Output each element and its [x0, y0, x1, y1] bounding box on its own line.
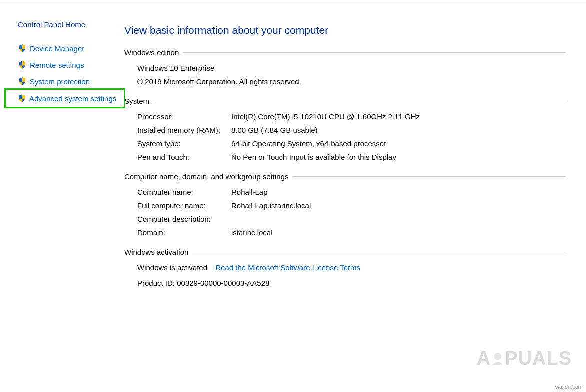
shield-icon — [18, 44, 27, 53]
sidebar: Control Panel Home Device Manager Remote… — [0, 13, 124, 298]
product-id-label: Product ID: — [137, 279, 175, 288]
shield-icon — [17, 94, 26, 103]
info-label: Domain: — [137, 228, 231, 237]
info-row: Pen and Touch: No Pen or Touch Input is … — [137, 153, 566, 162]
sidebar-link-label: Device Manager — [30, 44, 84, 53]
info-row: Domain: istarinc.local — [137, 228, 566, 237]
info-value: No Pen or Touch Input is available for t… — [231, 153, 566, 162]
section-windows-edition: Windows edition Windows 10 Enterprise © … — [124, 48, 566, 86]
license-terms-link[interactable]: Read the Microsoft Software License Term… — [215, 264, 360, 272]
info-value: 8.00 GB (7.84 GB usable) — [231, 126, 566, 134]
info-value: Rohail-Lap.istarinc.local — [231, 202, 566, 210]
info-value — [231, 215, 566, 224]
info-row: Processor: Intel(R) Core(TM) i5-10210U C… — [137, 112, 566, 121]
sidebar-link-label: Remote settings — [30, 61, 84, 70]
info-row: Computer description: — [137, 215, 566, 224]
info-label: Full computer name: — [137, 202, 231, 210]
sidebar-link-device-manager[interactable]: Device Manager — [18, 43, 120, 54]
watermark-logo: A PUALS — [477, 348, 572, 370]
info-label: Computer description: — [137, 215, 231, 224]
edition-name: Windows 10 Enterprise — [137, 64, 214, 72]
info-value: Rohail-Lap — [231, 188, 566, 196]
info-row: Installed memory (RAM): 8.00 GB (7.84 GB… — [137, 126, 566, 134]
divider — [153, 101, 566, 102]
divider — [183, 52, 566, 53]
section-activation: Windows activation Windows is activated … — [124, 248, 566, 288]
divider — [192, 252, 566, 252]
info-row: System type: 64-bit Operating System, x6… — [137, 140, 566, 148]
sidebar-link-label: Advanced system settings — [29, 94, 116, 103]
divider — [293, 176, 566, 177]
info-row: Full computer name: Rohail-Lap.istarinc.… — [137, 202, 566, 210]
section-system: System Processor: Intel(R) Core(TM) i5-1… — [124, 97, 566, 162]
sidebar-link-system-protection[interactable]: System protection — [18, 76, 120, 87]
sidebar-link-advanced-system-settings[interactable]: Advanced system settings — [8, 92, 122, 105]
control-panel-home-link[interactable]: Control Panel Home — [18, 20, 120, 29]
info-value: 64-bit Operating System, x64-based proce… — [231, 140, 566, 148]
watermark-mascot-icon — [489, 350, 507, 368]
sidebar-link-label: System protection — [30, 78, 90, 86]
page-title: View basic information about your comput… — [124, 24, 566, 36]
section-header-label: Windows activation — [124, 248, 188, 256]
svg-point-0 — [494, 353, 502, 360]
copyright-text: © 2019 Microsoft Corporation. All rights… — [137, 78, 566, 86]
main-content: View basic information about your comput… — [124, 13, 586, 298]
activation-status: Windows is activated — [137, 264, 207, 272]
info-label: Pen and Touch: — [137, 153, 231, 162]
shield-icon — [18, 77, 27, 86]
info-label: Installed memory (RAM): — [137, 126, 231, 134]
shield-icon — [18, 60, 27, 70]
section-header-label: Computer name, domain, and workgroup set… — [124, 172, 289, 181]
section-computer-name: Computer name, domain, and workgroup set… — [124, 172, 566, 237]
section-header-label: System — [124, 97, 149, 106]
info-label: Processor: — [137, 112, 231, 121]
product-id-value: 00329-00000-00003-AA528 — [177, 279, 269, 288]
info-label: Computer name: — [137, 188, 231, 196]
section-header-label: Windows edition — [124, 48, 179, 57]
info-row: Computer name: Rohail-Lap — [137, 188, 566, 196]
sidebar-link-remote-settings[interactable]: Remote settings — [18, 60, 120, 70]
info-value: Intel(R) Core(TM) i5-10210U CPU @ 1.60GH… — [231, 112, 566, 121]
info-label: System type: — [137, 140, 231, 148]
attribution-text: wsxdn.com — [555, 384, 583, 390]
info-value: istarinc.local — [231, 228, 566, 237]
